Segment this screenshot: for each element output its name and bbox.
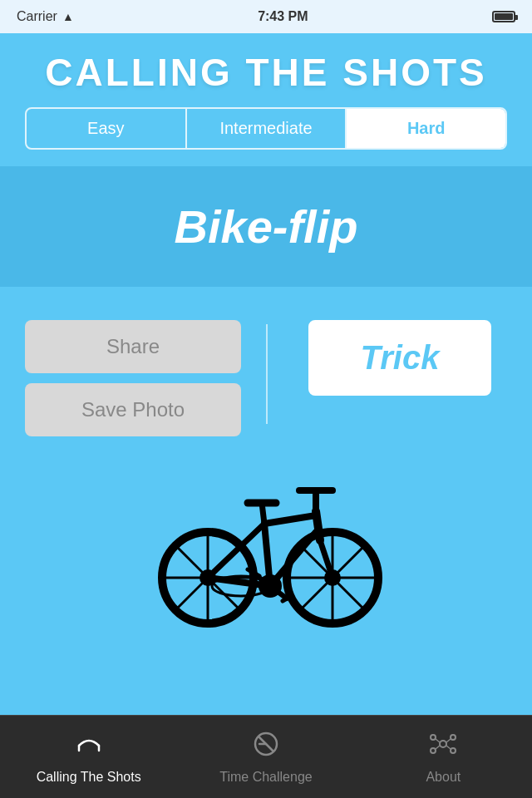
share-button[interactable]: Share [25, 320, 241, 373]
wifi-icon: ▲ [62, 10, 74, 23]
tab-about[interactable]: About [356, 729, 531, 785]
svg-point-37 [431, 748, 436, 753]
title-area: CALLING THE SHOTS [0, 33, 532, 107]
svg-point-35 [431, 735, 436, 740]
svg-line-41 [436, 746, 440, 749]
trick-display: Bike-flip [0, 166, 532, 287]
bike-illustration [141, 461, 391, 628]
tab-calling-shots[interactable]: Calling The Shots [1, 729, 176, 785]
app-title: CALLING THE SHOTS [17, 50, 515, 95]
status-time: 7:43 PM [258, 9, 308, 24]
divider [266, 324, 268, 424]
svg-point-34 [440, 741, 446, 747]
battery-icon [492, 11, 515, 22]
action-area: Share Save Photo Trick [0, 287, 532, 453]
status-battery [492, 11, 515, 22]
status-carrier: Carrier ▲ [17, 9, 74, 24]
trick-name: Bike-flip [17, 200, 515, 254]
svg-line-15 [264, 515, 316, 524]
svg-line-40 [446, 739, 451, 742]
bike-area [0, 453, 532, 644]
svg-line-17 [316, 511, 320, 540]
trick-button-wrap: Trick [293, 320, 507, 396]
tab-calling-shots-label: Calling The Shots [37, 770, 141, 785]
difficulty-selector[interactable]: Easy Intermediate Hard [25, 107, 507, 150]
tab-time-challenge-label: Time Challenge [219, 770, 312, 785]
carrier-text: Carrier [17, 9, 57, 24]
segmented-control: Easy Intermediate Hard [0, 107, 532, 166]
tab-bar: Calling The Shots Time Challenge [0, 715, 532, 798]
intermediate-tab[interactable]: Intermediate [187, 109, 347, 148]
calling-shots-icon [74, 729, 104, 765]
time-challenge-icon [251, 729, 281, 765]
svg-point-36 [451, 735, 456, 740]
save-photo-button[interactable]: Save Photo [25, 383, 241, 436]
svg-line-39 [436, 739, 440, 742]
svg-line-42 [446, 746, 451, 749]
easy-tab[interactable]: Easy [27, 109, 187, 148]
left-buttons: Share Save Photo [25, 320, 241, 436]
svg-point-38 [451, 748, 456, 753]
tab-time-challenge[interactable]: Time Challenge [178, 729, 353, 785]
about-icon [428, 729, 458, 765]
trick-button[interactable]: Trick [308, 320, 491, 396]
hard-tab[interactable]: Hard [347, 109, 505, 148]
tab-about-label: About [426, 770, 461, 785]
status-bar: Carrier ▲ 7:43 PM [0, 0, 532, 33]
